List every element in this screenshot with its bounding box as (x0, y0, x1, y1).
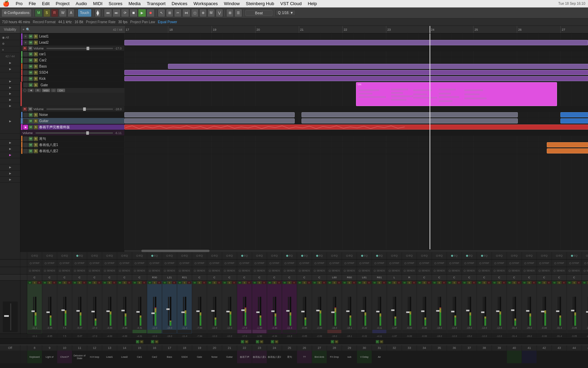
go-end-btn[interactable]: ⏭ (112, 9, 121, 17)
sends-cell-4[interactable]: SENDS (87, 267, 102, 274)
strip-cell-36[interactable]: STRIP (567, 260, 582, 267)
eq-cell-20[interactable]: EQ (327, 252, 342, 259)
menu-midi[interactable]: MIDI (90, 0, 105, 7)
eq-cell-12[interactable]: EQ (207, 252, 222, 259)
ch-r-btn-8[interactable]: R (157, 281, 161, 284)
fader-track-3[interactable] (78, 297, 79, 326)
menu-project[interactable]: Project (53, 0, 72, 7)
rack-num-10[interactable]: 18 (177, 345, 192, 351)
ch-s-btn-24[interactable]: S (392, 281, 397, 284)
rack-num-32[interactable]: 40 (507, 345, 522, 351)
mute-btn-car1[interactable]: M (28, 52, 33, 57)
mute-btn-chunhua[interactable]: M (28, 125, 33, 130)
automation-read-btn[interactable]: ⧫ (95, 9, 101, 17)
range-tool[interactable]: ⊞ (166, 9, 173, 17)
visibility-item-2[interactable]: ⊕ (1, 41, 19, 46)
ch-s-btn-23[interactable]: S (377, 281, 382, 284)
strip-cell-13[interactable]: STRIP (222, 260, 237, 267)
ch-s-btn-34[interactable]: S (542, 281, 546, 284)
r-btn[interactable]: R (51, 9, 58, 17)
ch-m-btn-33[interactable]: M (522, 281, 527, 284)
strip-cell-1[interactable]: STRIP (42, 260, 57, 267)
solo-btn-car2[interactable]: S (33, 58, 38, 63)
write-btn-vol2[interactable]: W (28, 107, 33, 112)
ch-bottom-btn-15[interactable] (252, 330, 266, 333)
ch-s-btn-5[interactable]: S (107, 281, 112, 284)
glue-tool[interactable]: ⋈ (182, 9, 190, 17)
ch-s-btn-0[interactable]: S (32, 281, 37, 284)
rack-name-34[interactable] (537, 351, 552, 363)
write-btn-vol1[interactable]: W (28, 46, 33, 51)
rw-w-btn-20[interactable]: W (335, 340, 338, 343)
eq-cell-32[interactable]: EQ (507, 252, 522, 259)
ch-m-btn-11[interactable]: M (192, 281, 197, 284)
rw-w-btn-14[interactable]: W (245, 340, 248, 343)
eq-cell-28[interactable]: EQ (447, 252, 462, 259)
rack-num-11[interactable]: 19 (192, 345, 207, 351)
gate-step-icon[interactable]: ⊞ (35, 89, 41, 92)
clip-low1-1[interactable] (547, 142, 588, 147)
fader-track-1[interactable] (48, 297, 49, 326)
ch-r-btn-10[interactable]: R (187, 281, 191, 284)
pan-cell-14[interactable]: C (237, 275, 252, 280)
strip-cell-12[interactable]: STRIP (207, 260, 222, 267)
rack-num-12[interactable]: 20 (207, 345, 222, 351)
vis-track-item[interactable]: ▶ (0, 60, 20, 66)
sends-cell-14[interactable]: SENDS (237, 267, 252, 274)
eq-cell-8[interactable]: EQ (147, 252, 162, 259)
solo-btn-noise[interactable]: S (33, 113, 38, 117)
master-fader-area[interactable] (3, 301, 18, 332)
rw-w-btn-8[interactable]: W (155, 340, 158, 343)
eq-cell-23[interactable]: EQ (372, 252, 387, 259)
ch-r-btn-13[interactable]: R (232, 281, 236, 284)
rack-num-31[interactable]: 39 (492, 345, 507, 351)
ch-s-btn-17[interactable]: S (287, 281, 292, 284)
eq-cell-27[interactable]: EQ (432, 252, 447, 259)
rack-name-3[interactable]: Delusion of State (72, 351, 87, 363)
rack-num-34[interactable]: 42 (537, 345, 552, 351)
gate-power-btn[interactable] (23, 89, 27, 92)
rack-name-26[interactable] (417, 351, 432, 363)
ch-m-btn-29[interactable]: M (462, 281, 467, 284)
pan-cell-28[interactable]: C (447, 275, 462, 280)
fader-track-29[interactable] (468, 297, 469, 326)
ch-r-btn-33[interactable]: R (532, 281, 536, 284)
rack-name-0[interactable]: Keyboard (27, 351, 42, 363)
rack-name-1[interactable]: Light of (42, 351, 57, 363)
arrange-track-weiju[interactable] (124, 136, 588, 142)
split-tool[interactable]: ✂ (174, 9, 182, 17)
sends-cell-17[interactable]: SENDS (282, 267, 297, 274)
eq-cell-15[interactable]: EQ (252, 252, 267, 259)
rack-name-36[interactable] (567, 351, 582, 363)
solo-btn-car1[interactable]: S (33, 52, 38, 57)
rack-name-15[interactable]: 春画低八度1 (252, 351, 267, 363)
ch-r-btn-30[interactable]: R (487, 281, 491, 284)
rack-name-7[interactable]: Car1 (132, 351, 147, 363)
ch-m-btn-23[interactable]: M (372, 281, 377, 284)
menu-vst[interactable]: VST Cloud (278, 0, 305, 7)
ch-m-btn-6[interactable]: M (118, 281, 122, 284)
rw-w-btn-15[interactable]: W (260, 340, 263, 343)
ch-r-btn-36[interactable]: R (577, 281, 581, 284)
eq-cell-0[interactable]: EQ (27, 252, 42, 259)
sends-cell-9[interactable]: SENDS (162, 267, 177, 274)
strip-cell-4[interactable]: STRIP (87, 260, 102, 267)
rw-w-btn-7[interactable]: W (140, 340, 143, 343)
ch-s-btn-4[interactable]: S (92, 281, 97, 284)
ch-m-btn-26[interactable]: M (417, 281, 422, 284)
sends-cell-31[interactable]: SENDS (492, 267, 507, 274)
fader-track-24[interactable] (393, 297, 394, 326)
ch-m-btn-15[interactable]: M (252, 281, 257, 284)
menu-transport[interactable]: Transport (144, 0, 168, 7)
clip-gate-midi[interactable]: GN (356, 82, 557, 106)
arrange-track-vol1[interactable] (124, 46, 588, 51)
menu-media[interactable]: Media (126, 0, 143, 7)
ch-r-btn-2[interactable]: R (67, 281, 72, 284)
ch-r-btn-17[interactable]: R (292, 281, 296, 284)
sends-cell-3[interactable]: SENDS (72, 267, 87, 274)
vis-track-item13[interactable]: ▶ (0, 152, 20, 158)
visibility-item-3[interactable]: ≡ (1, 47, 19, 53)
ch-m-btn-1[interactable]: M (43, 281, 47, 284)
eq-cell-2[interactable]: EQ (57, 252, 72, 259)
ch-m-btn-9[interactable]: M (163, 281, 167, 284)
